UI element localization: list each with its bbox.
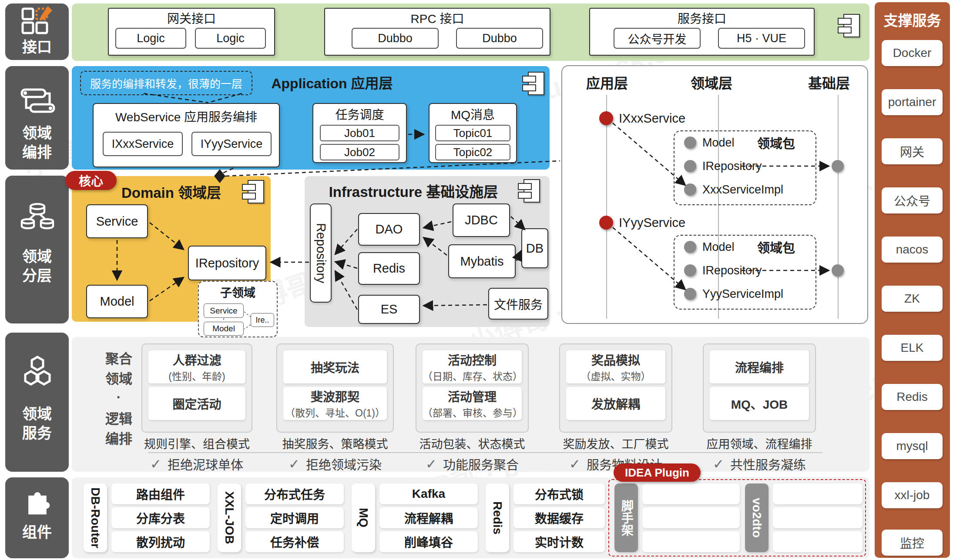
- aggregation-label: ·: [104, 388, 134, 407]
- service-wechat-node: 公众号开发: [614, 28, 701, 49]
- principle-item: ✓ 拒绝领域污染: [270, 456, 400, 472]
- sidebar-item-label: 组件: [5, 522, 69, 540]
- node-dot-gray: [684, 264, 696, 277]
- rpc-dubbo-node: Dubbo: [352, 28, 439, 49]
- plugin-item: ORM 创建: [642, 531, 740, 552]
- support-services-title: 支撑服务: [875, 10, 950, 30]
- panel-node-label: YyyServiceImpl: [702, 287, 802, 301]
- agg-box: 斐波那契 （散列、寻址、O(1)）: [283, 387, 387, 420]
- agg-box-title: 斐波那契: [311, 387, 359, 405]
- component-item: 削峰填谷: [379, 531, 478, 552]
- redis-label: Redis: [486, 483, 509, 552]
- agg-box: 活动控制 （日期、库存、状态）: [423, 350, 522, 383]
- redis-node: Redis: [358, 252, 420, 285]
- panel-node-label: IRepository: [702, 159, 789, 173]
- check-icon: ✓: [569, 456, 581, 472]
- es-node: ES: [358, 295, 420, 324]
- node-dot-gray: [684, 288, 696, 300]
- service-h5-node: H5 · VUE: [718, 28, 805, 49]
- agg-box-subtitle: (性别、年龄): [168, 368, 225, 383]
- principle-label: 功能服务聚合: [443, 455, 519, 473]
- aggregation-label: 聚合: [104, 348, 134, 367]
- component-item: 散列扰动: [111, 531, 210, 552]
- gateway-logic-node: Logic: [195, 28, 266, 49]
- sidebar-item-label: 领域: [5, 123, 69, 141]
- support-item-zk: ZK: [882, 286, 943, 312]
- agg-box: 发放解耦: [566, 387, 665, 420]
- interface-group-title: 网关接口: [108, 10, 275, 25]
- agg-box: 圈定活动: [148, 387, 245, 420]
- interface-group-title: RPC 接口: [324, 10, 550, 25]
- node-dot-gray: [684, 160, 696, 172]
- db-node: DB: [521, 228, 548, 268]
- infrastructure-layer-title: Infrastructure 基础设施层: [305, 182, 522, 200]
- check-icon: ✓: [713, 456, 724, 472]
- aggregation-label: 编排: [104, 428, 134, 447]
- service-dot-red: [599, 111, 613, 125]
- idea-plugin-badge: IDEA Plugin: [614, 463, 701, 482]
- component-item: 实时计数: [513, 531, 605, 552]
- agg-box: 活动管理 （部署、审核、参与）: [423, 387, 522, 420]
- agg-box: 抽奖玩法: [283, 350, 387, 383]
- agg-box-title: 奖品模拟: [591, 351, 640, 368]
- aggregation-label: 逻辑: [104, 408, 134, 427]
- agg-box-subtitle: （部署、审核、参与）: [423, 405, 522, 420]
- panel-header-base: 基础层: [796, 73, 862, 91]
- plugin-item: 减少开发: [773, 531, 862, 552]
- agg-box: 人群过滤 (性别、年龄): [148, 350, 245, 383]
- mq-label: MQ: [352, 483, 375, 552]
- file-service-node: 文件服务: [488, 288, 548, 320]
- plugin-item: DDD 架构: [642, 483, 740, 504]
- domain-model-node: Model: [86, 285, 148, 318]
- job-node: Job02: [320, 144, 399, 160]
- component-item: Kafka: [379, 483, 478, 504]
- uml-component-icon: [242, 180, 265, 204]
- plugin-item: 对象转换: [773, 483, 862, 504]
- agg-caption: 应用领域、流程编排: [703, 436, 816, 450]
- component-item: 数据缓存: [513, 507, 605, 528]
- interface-group-title: 服务接口: [589, 10, 815, 25]
- agg-box-title: 流程编排: [735, 358, 784, 376]
- architecture-diagram: 小傅哥 · bugstack.cn 小傅哥 · bugstack.cn 小傅哥 …: [0, 0, 953, 560]
- hive-icon: [19, 356, 56, 386]
- rpc-dubbo-node: Dubbo: [456, 28, 543, 49]
- support-services-sidebar: [875, 2, 950, 558]
- grid-icon: [19, 6, 56, 36]
- support-item-docker: Docker: [882, 40, 943, 66]
- panel-header-domain: 领域层: [679, 73, 744, 91]
- agg-box: 流程编排: [710, 350, 809, 383]
- plugin-item: 搭建工程: [642, 507, 740, 528]
- support-item-nacos: nacos: [882, 237, 943, 263]
- orchestration-icon: [19, 83, 56, 117]
- package-label: 领域包: [757, 240, 811, 254]
- divider: [148, 452, 822, 453]
- jdbc-node: JDBC: [453, 203, 510, 237]
- node-dot-gray: [684, 137, 696, 149]
- agg-box-title: 圈定活动: [172, 395, 221, 412]
- layers-icon: [19, 202, 56, 231]
- subdomain-irepository-node: Ire..: [251, 313, 274, 327]
- mybatis-node: Mybatis: [448, 244, 516, 278]
- agg-caption: 奖励发放、工厂模式: [559, 436, 672, 450]
- principle-label: 拒绝泥球单体: [168, 455, 243, 473]
- check-icon: ✓: [289, 456, 300, 472]
- uml-component-icon: [522, 72, 545, 96]
- support-item-monitor: 监控: [882, 530, 943, 556]
- core-badge: 核心: [65, 171, 117, 190]
- iyyyservice-node: IYyyService: [191, 132, 272, 156]
- panel-node-label: IRepository: [702, 263, 789, 277]
- db-router-label: DB-Router: [84, 483, 107, 552]
- package-label: 领域包: [757, 136, 811, 150]
- check-icon: ✓: [150, 456, 161, 472]
- puzzle-icon: [22, 483, 53, 517]
- dao-node: DAO: [358, 213, 420, 246]
- panel-service-label: IYyyService: [619, 216, 719, 230]
- scheduler-title: 任务调度: [312, 107, 407, 121]
- principle-item: ✓ 功能服务聚合: [407, 456, 537, 472]
- application-note: 服务的编排和转发，很薄的一层: [80, 71, 252, 95]
- sidebar-item-label: 领域: [5, 246, 69, 264]
- support-item-elk: ELK: [882, 335, 943, 361]
- principle-label: 共性服务凝练: [730, 455, 806, 473]
- node-dot-gray: [684, 241, 696, 253]
- ixxxservice-node: IXxxService: [103, 132, 183, 156]
